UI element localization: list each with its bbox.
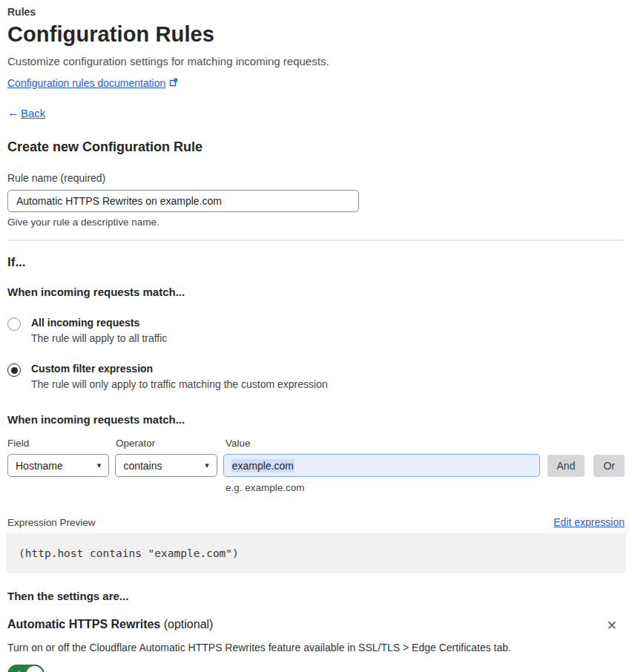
setting-card-description: Turn on or off the Cloudflare Automatic … xyxy=(7,642,625,653)
match-type-heading: When incoming requests match... xyxy=(7,286,625,298)
radio-label: All incoming requests xyxy=(31,317,167,329)
documentation-link[interactable]: Configuration rules documentation xyxy=(7,77,165,89)
edit-expression-link[interactable]: Edit expression xyxy=(553,516,625,528)
value-input-text: example.com xyxy=(231,459,294,472)
radio-unselected-icon[interactable] xyxy=(7,317,21,331)
configuration-rules-page: Rules Configuration Rules Customize conf… xyxy=(0,0,632,672)
radio-option-all-incoming-requests[interactable]: All incoming requests The rule will appl… xyxy=(7,317,625,344)
page-title: Configuration Rules xyxy=(7,22,625,47)
create-rule-heading: Create new Configuration Rule xyxy=(7,139,625,155)
operator-select-value: contains xyxy=(123,460,162,472)
radio-selected-icon[interactable] xyxy=(7,363,21,377)
builder-heading: When incoming requests match... xyxy=(7,413,625,426)
automatic-https-rewrites-toggle[interactable]: ✓ xyxy=(7,665,45,672)
radio-option-custom-filter-expression[interactable]: Custom filter expression The rule will o… xyxy=(7,363,625,390)
operator-column-label: Operator xyxy=(116,438,226,449)
expression-preview-code: (http.host contains "example.com") xyxy=(6,533,626,573)
if-heading: If... xyxy=(7,255,625,270)
and-button[interactable]: And xyxy=(547,455,585,477)
breadcrumb: Rules xyxy=(7,6,625,18)
or-button[interactable]: Or xyxy=(593,455,625,477)
radio-label: Custom filter expression xyxy=(31,363,328,375)
checkmark-icon: ✓ xyxy=(13,668,22,672)
value-input[interactable]: example.com xyxy=(223,454,540,477)
value-column-label: Value xyxy=(226,438,544,449)
chevron-down-icon: ▾ xyxy=(205,461,209,470)
section-divider xyxy=(7,240,625,241)
close-icon[interactable]: ✕ xyxy=(604,618,620,633)
field-select[interactable]: Hostname ▾ xyxy=(7,454,109,477)
radio-description: The rule will apply to all traffic xyxy=(31,332,167,344)
page-subtitle: Customize configuration settings for mat… xyxy=(7,55,625,67)
then-settings-heading: Then the settings are... xyxy=(7,590,625,602)
chevron-down-icon: ▾ xyxy=(97,461,102,470)
setting-optional-suffix: (optional) xyxy=(160,618,213,630)
field-select-value: Hostname xyxy=(16,460,63,472)
field-column-label: Field xyxy=(7,438,116,449)
rule-name-input[interactable] xyxy=(7,190,359,212)
rule-name-helper: Give your rule a descriptive name. xyxy=(7,217,625,228)
rule-name-label: Rule name (required) xyxy=(7,172,625,184)
toggle-knob xyxy=(26,666,43,672)
operator-select[interactable]: contains ▾ xyxy=(115,454,217,477)
radio-description: The rule will only apply to traffic matc… xyxy=(31,378,328,390)
value-helper: e.g. example.com xyxy=(226,482,625,493)
external-link-icon xyxy=(169,77,178,89)
expression-preview-label: Expression Preview xyxy=(7,517,96,528)
back-link[interactable]: Back xyxy=(21,107,45,119)
setting-card-title: Automatic HTTPS Rewrites (optional) xyxy=(7,618,213,631)
expression-builder: When incoming requests match... Field Op… xyxy=(7,413,625,493)
back-arrow-icon: ← xyxy=(7,106,19,119)
